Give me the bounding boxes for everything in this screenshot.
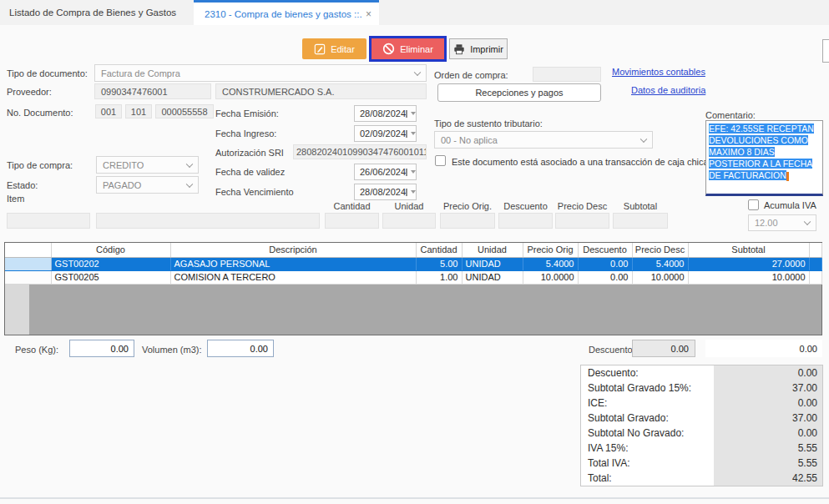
calendar-icon	[406, 169, 407, 176]
orden-compra-field[interactable]	[533, 67, 601, 82]
prohibition-icon	[382, 43, 395, 55]
estado-select[interactable]: PAGADO	[96, 176, 199, 194]
no-doc-punto-field[interactable]: 101	[125, 104, 152, 118]
tipo-compra-value: CREDITO	[103, 160, 144, 170]
entry-precio-desc-field[interactable]	[555, 213, 609, 229]
edit-button[interactable]: Editar	[302, 38, 366, 59]
cell-precio-desc[interactable]: 10.0000	[632, 270, 688, 284]
cell-precio-orig[interactable]: 5.4000	[523, 257, 578, 270]
sustento-select[interactable]: 00 - No aplica	[434, 131, 653, 149]
grid-header-precio-orig[interactable]: Precio Orig	[523, 243, 578, 257]
items-table: Código Descripción Cantidad Unidad Preci…	[5, 243, 822, 285]
volumen-input[interactable]: 0.00	[207, 340, 274, 357]
peso-input[interactable]: 0.00	[69, 340, 134, 357]
cell-unidad[interactable]: UNIDAD	[462, 270, 523, 284]
cell-cantidad[interactable]: 5.00	[416, 257, 462, 270]
tipo-documento-select[interactable]: Factura de Compra	[94, 64, 427, 82]
movimientos-contables-link[interactable]: Movimientos contables	[612, 67, 705, 77]
cell-descripcion[interactable]: AGASAJO PERSONAL	[170, 257, 416, 270]
totals-row: ICE: 0.00	[581, 396, 822, 411]
no-doc-secuencial-field[interactable]: 000055558	[155, 104, 214, 118]
close-tab-icon[interactable]: ×	[366, 9, 372, 19]
cell-codigo[interactable]: GST00205	[51, 270, 170, 284]
fecha-validez-value: 26/06/2024	[360, 167, 406, 177]
fecha-emision-datepicker[interactable]: 28/08/2024	[354, 105, 417, 122]
volumen-label: Volumen (m3):	[142, 345, 202, 355]
total-label: Subtotal No Gravado:	[581, 427, 714, 439]
no-doc-estab-field[interactable]: 001	[95, 104, 122, 118]
comentario-textarea[interactable]: EFE: 42.55SE RECEPTAN DEVOLUCIONES COMO …	[705, 120, 823, 196]
printer-icon	[453, 43, 465, 55]
cell-codigo[interactable]: GST00202	[51, 257, 170, 270]
tipo-compra-select[interactable]: CREDITO	[96, 156, 199, 174]
proveedor-nombre-field[interactable]: CONSTRUMERCADO S.A.	[215, 83, 427, 99]
tab-compra-2310[interactable]: 2310 - Compra de bienes y gastos ::. ×	[194, 0, 379, 25]
proveedor-ruc-field[interactable]: 0990347476001	[94, 83, 211, 99]
text-cursor	[786, 172, 789, 181]
descuento-total-field: 0.00	[705, 340, 822, 357]
tab-listado-compras[interactable]: Listado de Compra de Bienes y Gastos	[0, 0, 194, 25]
grid-header-codigo[interactable]: Código	[51, 243, 170, 257]
row-indicator-cell[interactable]	[5, 257, 51, 270]
grid-header-subtotal[interactable]: Subtotal	[688, 243, 809, 257]
entry-unidad-field[interactable]	[382, 213, 436, 229]
acumula-iva-checkbox[interactable]	[748, 199, 759, 210]
entry-precio-orig-field[interactable]	[440, 213, 495, 229]
cell-descuento[interactable]: 0.00	[578, 270, 632, 284]
calendar-icon	[406, 130, 407, 138]
grid-indicator-column-strip	[5, 284, 29, 335]
entry-subtotal-field[interactable]	[613, 213, 668, 229]
cell-precio-orig[interactable]: 10.0000	[523, 270, 578, 284]
total-value: 0.00	[714, 367, 822, 379]
entry-item-descripcion-field[interactable]	[96, 213, 320, 229]
entry-col-descuento-label: Descuento	[498, 201, 553, 211]
total-value: 0.00	[714, 397, 822, 409]
fecha-vencimiento-label: Fecha Vencimiento	[215, 187, 294, 197]
delete-button[interactable]: Eliminar	[369, 36, 447, 62]
print-button[interactable]: Imprimir	[449, 38, 508, 59]
descuento-label: Descuento:	[589, 345, 635, 355]
chevron-down-icon	[186, 160, 193, 167]
orden-compra-label: Orden de compra:	[434, 70, 508, 80]
dropdown-caret-icon	[411, 190, 416, 194]
acumula-iva-checkbox-label: Acumula IVA	[764, 200, 816, 210]
descuento-field[interactable]: 0.00	[632, 340, 695, 357]
cell-unidad[interactable]: UNIDAD	[462, 257, 523, 270]
entry-col-precio-desc-label: Precio Desc	[555, 201, 609, 211]
proveedor-label: Proveedor:	[7, 87, 52, 97]
estado-label: Estado:	[7, 180, 38, 190]
fecha-vencimiento-datepicker[interactable]: 28/08/2024	[354, 184, 417, 200]
table-row-selected[interactable]: GST00202 AGASAJO PERSONAL 5.00 UNIDAD 5.…	[5, 257, 821, 270]
cell-descripcion[interactable]: COMISION A TERCERO	[170, 270, 416, 284]
grid-header-descuento[interactable]: Descuento	[578, 243, 632, 257]
cell-subtotal[interactable]: 10.0000	[688, 270, 809, 284]
bottom-divider	[0, 497, 829, 499]
entry-item-code-field[interactable]	[7, 213, 90, 229]
cell-precio-desc[interactable]: 5.4000	[632, 257, 688, 270]
grid-header-descripcion[interactable]: Descripción	[170, 243, 416, 257]
no-doc-estab-value: 001	[101, 107, 116, 117]
fecha-ingreso-label: Fecha Ingreso:	[215, 129, 276, 139]
grid-header-unidad[interactable]: Unidad	[462, 243, 523, 257]
fecha-ingreso-datepicker[interactable]: 02/09/2024	[354, 125, 417, 142]
fecha-validez-datepicker[interactable]: 26/06/2024	[354, 164, 417, 180]
caja-chica-checkbox[interactable]	[435, 155, 446, 166]
grid-header-precio-desc[interactable]: Precio Desc	[632, 243, 688, 257]
row-indicator-cell[interactable]	[5, 270, 51, 284]
cell-cantidad[interactable]: 1.00	[416, 270, 462, 284]
entry-col-unidad-label: Unidad	[382, 201, 436, 211]
peso-value: 0.00	[111, 344, 129, 354]
datos-auditoria-link[interactable]: Datos de auditoria	[631, 85, 705, 95]
autorizacion-sri-field[interactable]: 28082024010990347476001011	[293, 144, 427, 159]
iva-rate-select[interactable]: 12.00	[748, 214, 816, 231]
cell-descuento[interactable]: 0.00	[578, 257, 632, 270]
no-doc-punto-value: 101	[131, 107, 146, 117]
cell-subtotal[interactable]: 27.0000	[688, 257, 809, 270]
recepciones-pagos-button[interactable]: Recepciones y pagos	[437, 83, 601, 102]
grid-header-cantidad[interactable]: Cantidad	[416, 243, 462, 257]
entry-cantidad-field[interactable]	[325, 213, 379, 229]
entry-descuento-field[interactable]	[498, 213, 553, 229]
tab-label: Listado de Compra de Bienes y Gastos	[9, 8, 176, 18]
table-row[interactable]: GST00205 COMISION A TERCERO 1.00 UNIDAD …	[5, 270, 821, 284]
tipo-documento-value: Factura de Compra	[101, 68, 180, 78]
